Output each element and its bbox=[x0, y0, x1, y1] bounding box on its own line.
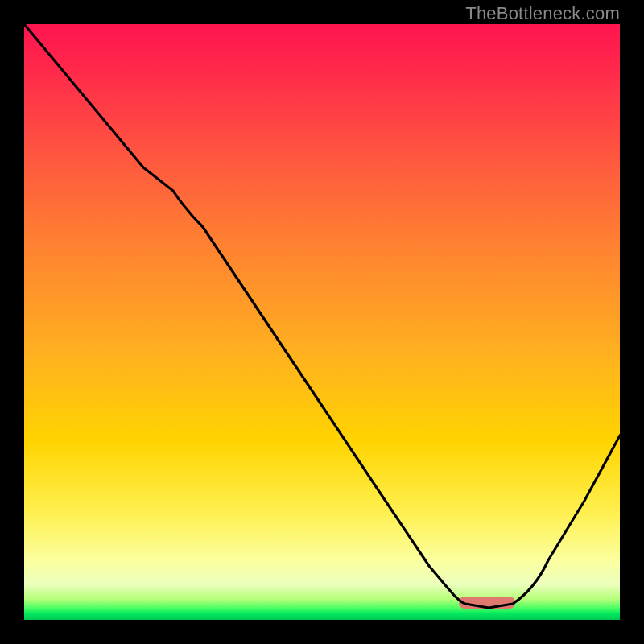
chart-overlay bbox=[24, 24, 620, 620]
chart-frame: TheBottleneck.com bbox=[0, 0, 644, 644]
watermark-text: TheBottleneck.com bbox=[465, 3, 620, 24]
bottleneck-curve bbox=[24, 24, 620, 608]
